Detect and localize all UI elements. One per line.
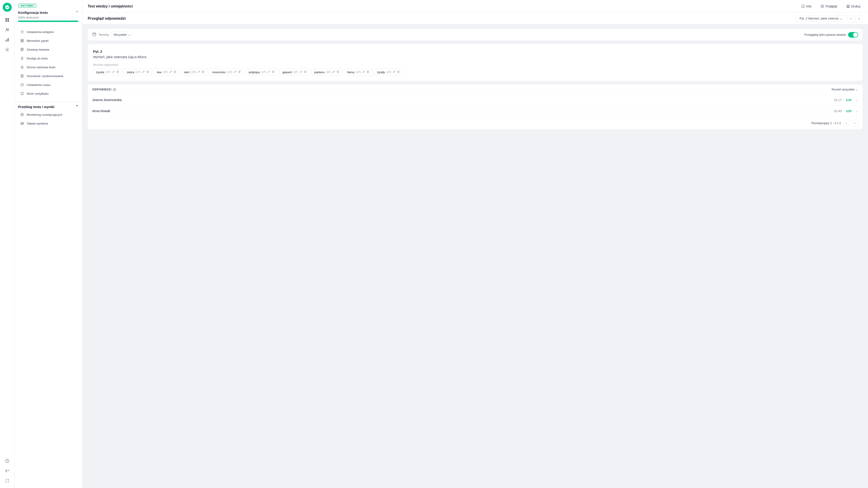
settings-icon-btn[interactable] (3, 45, 12, 54)
responses-count: (2) (113, 88, 116, 91)
edit-icon[interactable] (169, 70, 172, 74)
svg-rect-29 (23, 122, 24, 125)
response-time: 01:40' (834, 110, 842, 113)
svg-rect-19 (21, 50, 22, 51)
expand-icon-btn[interactable] (3, 476, 12, 485)
calendar-icon (92, 32, 96, 37)
sidebar-item-menedzer-pytan[interactable]: Menedżer pytań (16, 36, 80, 45)
prev-question-button[interactable]: ‹ (847, 15, 855, 22)
nav-label-tabela: Tabela wyników (27, 122, 48, 125)
header-actions: i Info Podgląd Drukuj (799, 3, 863, 9)
info-button[interactable]: i Info (799, 3, 814, 9)
edit-icon[interactable] (362, 70, 365, 74)
edit-icon[interactable] (234, 70, 237, 74)
monitoring-icon (20, 112, 24, 117)
response-name: Anna Nowak (92, 109, 110, 113)
expand-all-button[interactable]: Rozwiń wszystkie ⌄ (832, 88, 858, 91)
delete-icon[interactable] (366, 70, 369, 74)
answer-points: (1P) (293, 70, 298, 74)
edit-icon[interactable] (332, 70, 335, 74)
answer-chip: żyrafy (1P) (374, 69, 403, 75)
config-chevron[interactable]: ⌃ (75, 10, 79, 15)
results-section-title: Przebieg testu i wyniki ⌃ (14, 105, 82, 110)
nav-label-czas: Ustawienia czasu (27, 83, 51, 87)
pagination-next-button[interactable]: › (852, 120, 858, 126)
sidebar-item-ocenianie[interactable]: Ocenianie i podsumowanie (16, 72, 80, 80)
next-question-button[interactable]: › (855, 15, 863, 22)
grid-icon-btn[interactable] (3, 16, 12, 24)
edit-icon[interactable] (268, 70, 270, 74)
pagination-prev-button[interactable]: ‹ (843, 120, 849, 126)
sidebar-item-dostep[interactable]: Dostęp do testu (16, 54, 80, 63)
svg-point-5 (8, 29, 9, 30)
delete-icon[interactable] (304, 70, 307, 74)
sidebar-item-strona-startowa[interactable]: Strona startowa testu (16, 63, 80, 71)
edit-icon[interactable] (197, 70, 200, 74)
answer-points: (1P) (105, 70, 111, 74)
answer-chip: nosorożec (1P) (209, 69, 244, 75)
question-dropdown-chevron: ⌄ (840, 17, 842, 20)
sidebar-item-tabela-wynikow[interactable]: Tabela wyników (16, 119, 80, 128)
delete-icon[interactable] (336, 70, 339, 74)
answer-points: (1P) (135, 70, 141, 74)
analytics-icon-btn[interactable] (3, 35, 12, 44)
delete-icon[interactable] (146, 70, 149, 74)
delete-icon[interactable] (174, 70, 176, 74)
answer-text: żyrafy (377, 70, 385, 74)
edit-icon[interactable] (112, 70, 115, 74)
sidebar-item-certyfikat[interactable]: Wzór certyfikatu (16, 89, 80, 98)
help-icon-btn[interactable]: ? (3, 456, 12, 465)
filter-right: Przeglądaj tylko pytania otwarte (804, 32, 858, 37)
answer-points: (1P) (261, 70, 266, 74)
ocenianie-icon (20, 74, 24, 78)
question-selector: Pyt. 2 Wymień, jakie zwierzę ⌄ ‹ › (797, 15, 863, 22)
users-icon-btn[interactable] (3, 25, 12, 34)
app-logo (3, 3, 12, 12)
filter-dropdown[interactable]: Wszystkie ⌄ (111, 32, 133, 38)
svg-point-12 (22, 31, 23, 32)
svg-point-4 (6, 29, 7, 30)
response-row[interactable]: Joanna Jesionowska 01:17' 1/1P ⌄ (88, 94, 863, 105)
app-title: Test wiedzy i umiejętności (88, 4, 133, 8)
tabela-icon (20, 121, 24, 126)
edit-icon[interactable] (393, 70, 396, 74)
sidebar-item-zestawy-testowe[interactable]: Zestawy testowe (16, 45, 80, 54)
nav-label-menedzer: Menedżer pytań (27, 39, 49, 42)
answer-points: (1P) (227, 70, 232, 74)
results-chevron[interactable]: ⌃ (75, 105, 79, 109)
config-section-title: Konfiguracja testu ⌃ (18, 10, 79, 15)
top-header: Test wiedzy i umiejętności i Info Podglą… (82, 0, 868, 13)
preview-button[interactable]: Podgląd (818, 3, 839, 9)
sidebar-item-monitoring[interactable]: Monitoring rozwiązujących (16, 110, 80, 119)
answer-text: lew (157, 70, 161, 74)
response-meta: 01:40' 1/1P ⌄ (834, 109, 858, 113)
nav-label-certyfikat: Wzór certyfikatu (27, 92, 49, 95)
question-dropdown[interactable]: Pyt. 2 Wymień, jakie zwierzę ⌄ (797, 15, 845, 22)
delete-icon[interactable] (238, 70, 241, 74)
edit-icon[interactable] (142, 70, 145, 74)
delete-icon[interactable] (116, 70, 119, 74)
delete-icon[interactable] (272, 70, 275, 74)
delete-icon[interactable] (202, 70, 205, 74)
answer-points: (1P) (163, 70, 168, 74)
nav-label-dostep: Dostęp do testu (27, 57, 48, 60)
answer-chip: zebra (1P) (124, 69, 152, 75)
back-icon-btn[interactable] (3, 466, 12, 475)
filter-bar: Terminy Wszystkie ⌄ Przeglądaj tylko pyt… (88, 29, 863, 40)
response-row[interactable]: Anna Nowak 01:40' 1/1P ⌄ (88, 105, 863, 116)
edit-icon[interactable] (300, 70, 303, 74)
print-button[interactable]: Drukuj (844, 3, 863, 9)
sidebar-item-ustawienia-wstepne[interactable]: Ustawienia wstępne (16, 28, 80, 36)
question-nav-bar: Przegląd odpowiedzi Pyt. 2 Wymień, jakie… (82, 13, 868, 24)
svg-rect-14 (22, 39, 24, 40)
info-label: Info (806, 4, 811, 8)
settings-initial-icon (20, 30, 24, 34)
open-questions-toggle[interactable] (848, 32, 858, 37)
svg-rect-13 (21, 39, 22, 40)
svg-text:?: ? (6, 459, 8, 462)
answer-text: antylopa (249, 70, 260, 74)
delete-icon[interactable] (397, 70, 400, 74)
pagination-label: Rozwiązujący 1 - 2 z 2 (811, 121, 841, 125)
responses-card: ODPOWIEDZI (2) Rozwiń wszystkie ⌄ Joanna… (88, 85, 863, 129)
sidebar-item-czas[interactable]: Ustawienia czasu (16, 81, 80, 89)
